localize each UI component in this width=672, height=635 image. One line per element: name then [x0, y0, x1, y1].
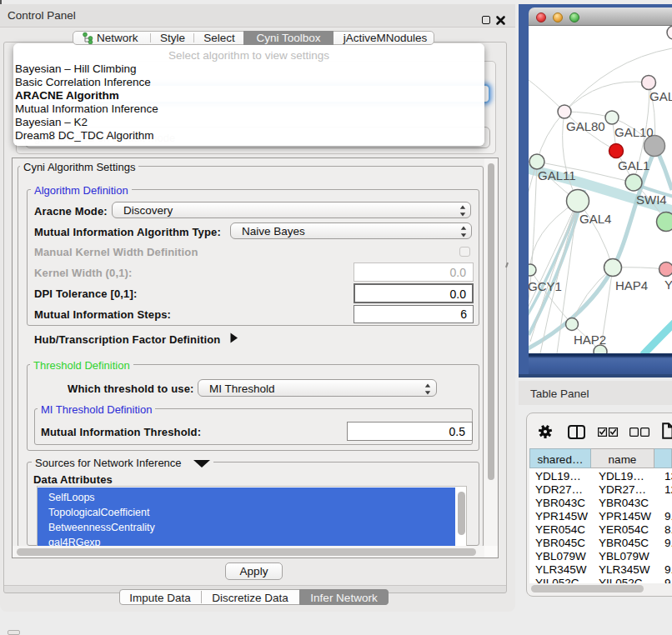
svg-text:YJ: YJ — [664, 278, 672, 292]
svg-text:GCY1: GCY1 — [529, 279, 562, 293]
svg-text:GAL1: GAL1 — [618, 158, 649, 172]
svg-text:GAL11: GAL11 — [538, 168, 576, 182]
svg-text:GAL80: GAL80 — [566, 119, 605, 133]
svg-text:GAL10: GAL10 — [614, 125, 654, 139]
svg-text:GAL4: GAL4 — [579, 212, 611, 226]
svg-text:SWI4: SWI4 — [636, 192, 667, 207]
svg-text:GAL7: GAL7 — [649, 89, 672, 103]
svg-text:HAP2: HAP2 — [574, 332, 606, 347]
svg-text:HAP4: HAP4 — [615, 278, 648, 292]
